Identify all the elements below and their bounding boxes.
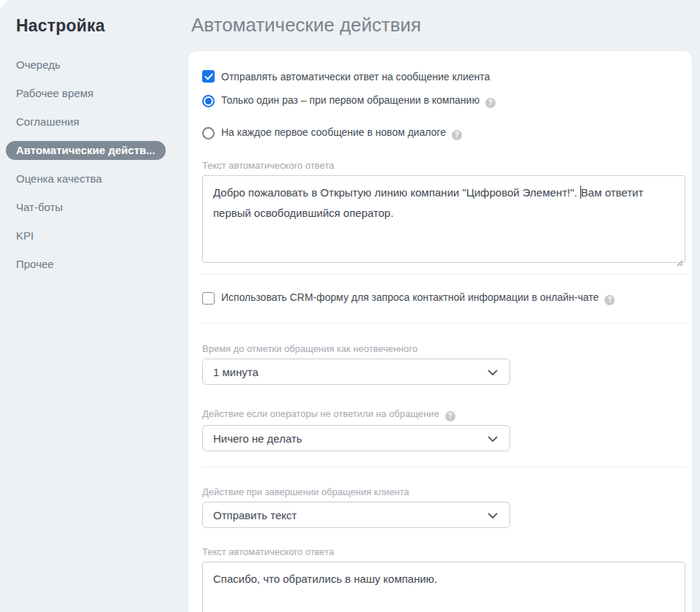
auto-reply-checkbox[interactable] bbox=[202, 70, 215, 83]
crm-form-text: Использовать CRM-форму для запроса конта… bbox=[221, 291, 599, 303]
settings-card: Отправлять автоматически ответ на сообще… bbox=[188, 51, 692, 612]
radio-once[interactable] bbox=[202, 95, 215, 107]
settings-page: Настройка Очередь Рабочее время Соглашен… bbox=[0, 0, 700, 612]
sidebar-item-working-time[interactable]: Рабочее время bbox=[16, 83, 188, 104]
sidebar-item-agreements[interactable]: Соглашения bbox=[16, 111, 188, 133]
unanswered-action-label: Действие если операторы не ответили на о… bbox=[202, 408, 685, 421]
crm-form-checkbox-label[interactable]: Использовать CRM-форму для запроса конта… bbox=[221, 291, 615, 305]
settings-sidebar: Настройка Очередь Рабочее время Соглашен… bbox=[0, 0, 188, 612]
check-icon bbox=[204, 70, 213, 83]
finish-text-label: Текст автоматического ответа bbox=[202, 546, 685, 558]
sidebar-item-queue[interactable]: Очередь bbox=[16, 54, 188, 76]
finish-action-label: Действие при завершении обращения клиент… bbox=[202, 486, 685, 498]
radio-once-text: Только один раз – при первом обращении в… bbox=[221, 94, 480, 106]
unanswered-action-select[interactable]: Ничего не делать bbox=[202, 425, 510, 451]
sidebar-item-other[interactable]: Прочее bbox=[16, 253, 188, 275]
unanswered-time-value: 1 минута bbox=[213, 366, 258, 378]
crm-form-checkbox-row: Использовать CRM-форму для запроса конта… bbox=[202, 291, 685, 305]
sidebar-item-quality-rating[interactable]: Оценка качества bbox=[16, 168, 188, 190]
active-item-pill: Автоматические действ... bbox=[6, 141, 166, 160]
sidebar-title: Настройка bbox=[16, 15, 188, 37]
finish-textarea[interactable]: Спасибо, что обратились в нашу компанию. bbox=[202, 562, 685, 612]
question-mark-icon[interactable]: ? bbox=[445, 411, 455, 421]
sidebar-nav: Очередь Рабочее время Соглашения Автомат… bbox=[16, 54, 188, 275]
question-mark-icon[interactable]: ? bbox=[485, 98, 496, 108]
radio-dot bbox=[205, 98, 212, 104]
radio-once-row: Только один раз – при первом обращении в… bbox=[202, 94, 685, 108]
chevron-down-icon bbox=[488, 509, 498, 521]
radio-once-label[interactable]: Только один раз – при первом обращении в… bbox=[221, 94, 496, 108]
section-divider bbox=[202, 323, 685, 324]
radio-every-dialog-row: На каждое первое сообщение в новом диало… bbox=[202, 126, 685, 140]
sidebar-item-automatic-actions[interactable]: Автоматические действ... bbox=[16, 139, 188, 161]
auto-reply-checkbox-row: Отправлять автоматически ответ на сообще… bbox=[202, 70, 685, 83]
crm-form-checkbox[interactable] bbox=[202, 292, 215, 305]
sidebar-item-kpi[interactable]: KPI bbox=[16, 225, 188, 247]
auto-reply-checkbox-label[interactable]: Отправлять автоматически ответ на сообще… bbox=[221, 71, 490, 83]
resize-handle-icon[interactable] bbox=[675, 253, 683, 261]
unanswered-action-text: Действие если операторы не ответили на о… bbox=[202, 408, 439, 419]
auto-reply-text-label: Текст автоматического ответа bbox=[202, 160, 685, 172]
question-mark-icon[interactable]: ? bbox=[604, 295, 615, 305]
chevron-down-icon bbox=[488, 366, 498, 378]
finish-text-value: Спасибо, что обратились в нашу компанию. bbox=[213, 573, 437, 585]
main-area: Автоматические действия Отправлять автом… bbox=[188, 0, 700, 612]
question-mark-icon[interactable]: ? bbox=[452, 130, 462, 140]
sidebar-item-chat-bots[interactable]: Чат-боты bbox=[16, 196, 188, 218]
chevron-down-icon bbox=[488, 432, 498, 445]
finish-action-select[interactable]: Отправить текст bbox=[202, 502, 510, 528]
auto-reply-textarea[interactable]: Добро пожаловать в Открытую линию компан… bbox=[202, 175, 685, 263]
section-divider bbox=[202, 274, 685, 275]
unanswered-time-label: Время до отметки обращения как неотвечен… bbox=[202, 343, 685, 355]
radio-every-dialog[interactable] bbox=[202, 127, 215, 139]
radio-every-dialog-text: На каждое первое сообщение в новом диало… bbox=[221, 126, 446, 138]
auto-reply-text-before-caret: Добро пожаловать в Открытую линию компан… bbox=[213, 186, 580, 199]
unanswered-action-value: Ничего не делать bbox=[213, 432, 302, 445]
finish-action-value: Отправить текст bbox=[213, 509, 297, 521]
radio-every-dialog-label[interactable]: На каждое первое сообщение в новом диало… bbox=[221, 126, 462, 140]
unanswered-time-select[interactable]: 1 минута bbox=[202, 359, 510, 385]
page-title: Автоматические действия bbox=[191, 14, 700, 36]
section-divider bbox=[202, 467, 685, 467]
